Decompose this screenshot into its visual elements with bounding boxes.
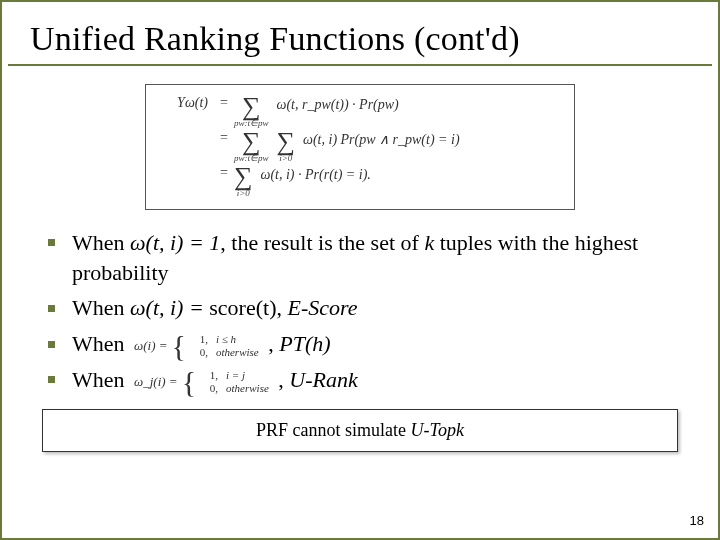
b3-c1-c: i ≤ h [216,333,236,346]
b2-pre: When [72,295,130,320]
b4-pre: When [72,367,130,392]
b2-score: score(t) [209,295,276,320]
b4-c1-v: 1, [198,369,218,382]
equation-row-1: Υω(t) = ∑ pw:t∈pw ω(t, r_pw(t)) · Pr(pw) [156,96,564,128]
b4-piecewise: ω_j(i) = { 1,i = j 0,otherwise [134,369,269,395]
b3-piecewise: ω(i) = { 1,i ≤ h 0,otherwise [134,333,259,359]
sigma-1: ∑ pw:t∈pw [234,96,269,128]
eqn-rhs-3-text: ω(t, i) · Pr(r(t) = i). [261,166,371,182]
b4-sep: , [278,367,289,392]
left-brace-icon: { [182,369,196,395]
eqn-rhs-3: ∑ i>0 ω(t, i) · Pr(r(t) = i). [234,166,564,198]
b1-mid: , the result is the set of [220,230,424,255]
b4-c1-c: i = j [226,369,245,382]
eqn-rhs-2-text: ω(t, i) Pr(pw ∧ r_pw(t) = i) [303,131,460,147]
bullet-1: When ω(t, i) = 1, the result is the set … [48,228,678,287]
b3-c1-v: 1, [188,333,208,346]
b2-expr: ω(t, i) = [130,295,209,320]
b4-c2-v: 0, [198,382,218,395]
equation-row-3: = ∑ i>0 ω(t, i) · Pr(r(t) = i). [156,166,564,198]
callout-em: U-Topk [411,420,464,440]
b4-piece-lhs: ω_j(i) = [134,373,182,391]
slide-frame: Unified Ranking Functions (cont'd) Υω(t)… [0,0,720,540]
eqn-equals-3: = [214,166,234,180]
page-title: Unified Ranking Functions (cont'd) [30,20,690,58]
sigma-2a: ∑ pw:t∈pw [234,131,269,163]
b4-piece-rows: 1,i = j 0,otherwise [198,369,269,394]
eqn-equals: = [214,96,234,110]
b1-expr: ω(t, i) = 1 [130,230,220,255]
b1-pre: When [72,230,130,255]
b4-label: U-Rank [289,367,357,392]
bullet-4: When ω_j(i) = { 1,i = j 0,otherwise , U-… [48,365,678,395]
b1-k: k [424,230,434,255]
sigma-3: ∑ i>0 [234,166,253,198]
eqn-lhs: Υω(t) [156,96,214,110]
bullet-2: When ω(t, i) = score(t), E-Score [48,293,678,323]
b4-c2-c: otherwise [226,382,269,395]
sigma-sub-3: i>0 [237,189,250,198]
sigma-2b: ∑ i>0 [277,131,296,163]
bullet-3: When ω(i) = { 1,i ≤ h 0,otherwise , PT(h… [48,329,678,359]
callout-box: PRF cannot simulate U-Topk [42,409,678,452]
equation-row-2: = ∑ pw:t∈pw ∑ i>0 ω(t, i) Pr(pw ∧ r_pw(t… [156,131,564,163]
eqn-rhs-1-text: ω(t, r_pw(t)) · Pr(pw) [277,96,399,112]
eqn-rhs-1: ∑ pw:t∈pw ω(t, r_pw(t)) · Pr(pw) [234,96,564,128]
b3-c2-c: otherwise [216,346,259,359]
b2-sep: , [276,295,287,320]
b2-label: E-Score [287,295,357,320]
eqn-equals-2: = [214,131,234,145]
equation-box: Υω(t) = ∑ pw:t∈pw ω(t, r_pw(t)) · Pr(pw)… [145,84,575,210]
title-bar: Unified Ranking Functions (cont'd) [8,2,712,66]
page-number: 18 [690,513,704,528]
left-brace-icon: { [172,333,186,359]
callout-pre: PRF cannot simulate [256,420,411,440]
eqn-rhs-2: ∑ pw:t∈pw ∑ i>0 ω(t, i) Pr(pw ∧ r_pw(t) … [234,131,564,163]
bullet-list: When ω(t, i) = 1, the result is the set … [2,228,718,395]
b3-sep: , [268,331,279,356]
b3-label: PT(h) [279,331,330,356]
sigma-sub-2b: i>0 [279,154,292,163]
b3-pre: When [72,331,130,356]
b3-c2-v: 0, [188,346,208,359]
b3-piece-rows: 1,i ≤ h 0,otherwise [188,333,259,358]
b3-piece-lhs: ω(i) = [134,337,171,355]
